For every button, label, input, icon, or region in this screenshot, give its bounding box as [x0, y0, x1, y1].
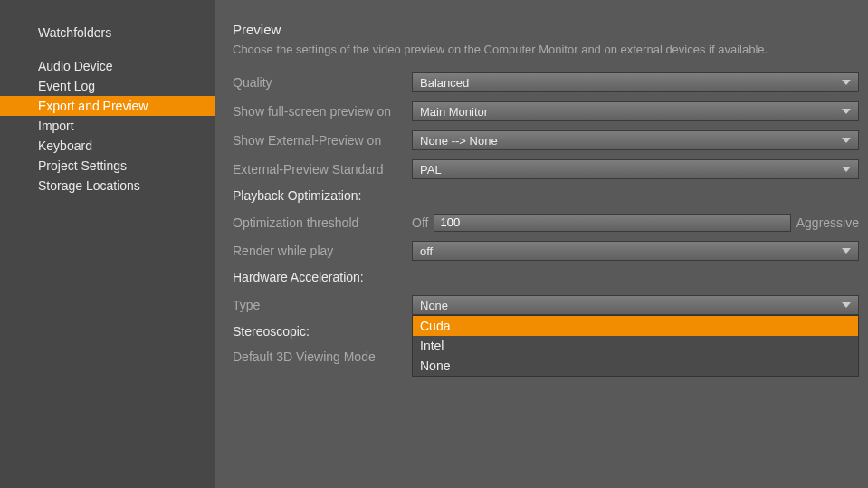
opt-threshold-label: Optimization threshold [233, 215, 412, 230]
render-while-play-value: off [420, 244, 433, 258]
opt-threshold-slider[interactable]: 100 [434, 214, 790, 232]
opt-threshold-left-cap: Off [412, 215, 428, 230]
panel-description: Choose the settings of the video preview… [233, 43, 859, 56]
hw-section-heading: Hardware Acceleration: [233, 270, 859, 284]
opt-threshold-value: 100 [440, 215, 460, 231]
external-preview-value: None --> None [420, 134, 498, 148]
type-option-none[interactable]: None [413, 356, 858, 376]
type-select[interactable]: None [412, 295, 859, 315]
sidebar-item-storage-locations[interactable]: Storage Locations [0, 176, 215, 196]
default-3d-label: Default 3D Viewing Mode [233, 349, 412, 364]
render-while-play-select[interactable]: off [412, 241, 859, 261]
type-dropdown-list: Cuda Intel None [412, 315, 859, 377]
sidebar-item-import[interactable]: Import [0, 116, 215, 136]
sidebar-item-keyboard[interactable]: Keyboard [0, 136, 215, 156]
external-std-value: PAL [420, 163, 442, 177]
type-option-intel[interactable]: Intel [413, 336, 858, 356]
type-value: None [420, 299, 448, 312]
sidebar: Watchfolders Audio Device Event Log Expo… [0, 0, 215, 488]
external-std-label: External-Preview Standard [233, 162, 412, 177]
fullscreen-select[interactable]: Main Monitor [412, 101, 859, 121]
external-preview-label: Show External-Preview on [233, 133, 412, 148]
sidebar-item-audio-device[interactable]: Audio Device [0, 56, 215, 76]
quality-select[interactable]: Balanced [412, 72, 859, 92]
type-option-cuda[interactable]: Cuda [413, 316, 858, 336]
panel-title: Preview [233, 22, 859, 37]
sidebar-item-project-settings[interactable]: Project Settings [0, 156, 215, 176]
settings-panel: Preview Choose the settings of the video… [215, 0, 868, 488]
fullscreen-label: Show full-screen preview on [233, 104, 412, 119]
type-label: Type [233, 298, 412, 312]
opt-threshold-right-cap: Aggressive [796, 215, 859, 230]
playback-section-heading: Playback Optimization: [233, 188, 859, 203]
render-while-play-label: Render while play [233, 244, 412, 258]
quality-value: Balanced [420, 76, 469, 90]
sidebar-heading: Watchfolders [0, 22, 215, 56]
quality-label: Quality [233, 75, 412, 90]
external-std-select[interactable]: PAL [412, 159, 859, 179]
fullscreen-value: Main Monitor [420, 105, 488, 119]
sidebar-item-event-log[interactable]: Event Log [0, 76, 215, 96]
external-preview-select[interactable]: None --> None [412, 130, 859, 150]
sidebar-item-export-and-preview[interactable]: Export and Preview [0, 96, 215, 116]
